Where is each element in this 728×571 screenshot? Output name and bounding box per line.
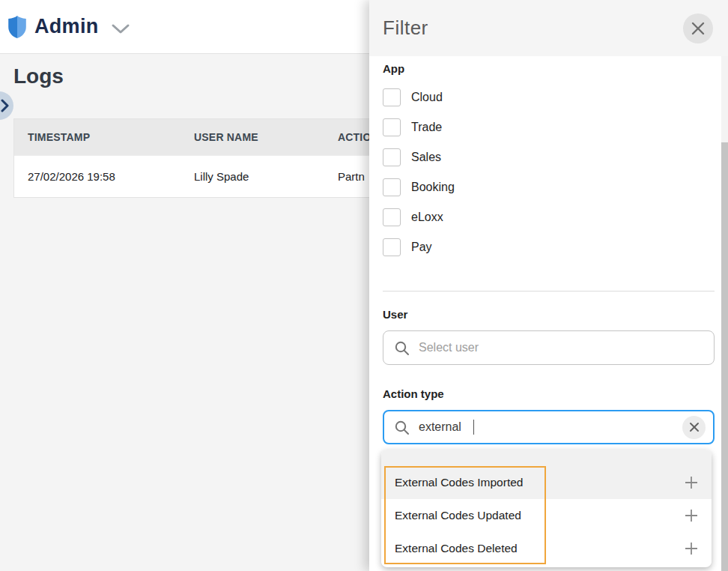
brand[interactable]: Admin — [6, 12, 130, 42]
close-icon — [691, 21, 706, 36]
checkbox-cloud[interactable] — [383, 88, 401, 106]
checkbox-label: Cloud — [411, 91, 443, 104]
cell-user-name: Lilly Spade — [181, 170, 324, 183]
action-type-suggestions-dropdown: External Codes Imported External Codes U… — [381, 450, 712, 567]
close-filter-button[interactable] — [683, 13, 713, 43]
dropdown-padding — [381, 450, 712, 466]
user-search-placeholder: Select user — [419, 341, 479, 354]
search-icon — [394, 340, 410, 356]
panel-scrollbar — [721, 56, 728, 571]
action-type-section-label: Action type — [383, 387, 715, 400]
checkbox-row-pay[interactable]: Pay — [383, 232, 715, 262]
user-search-input[interactable]: Select user — [383, 330, 715, 365]
action-type-search-input[interactable]: external — [383, 410, 715, 444]
app-section-label: App — [383, 62, 715, 75]
shield-icon — [6, 12, 28, 42]
clear-search-button[interactable] — [682, 416, 706, 439]
checkbox-label: Pay — [411, 241, 432, 254]
app-checkbox-list: Cloud Trade Sales Booking eLoxx Pay — [383, 82, 715, 262]
close-icon — [688, 421, 700, 433]
filter-body: App Cloud Trade Sales Booking eLoxx — [369, 56, 728, 444]
checkbox-pay[interactable] — [383, 238, 401, 256]
checkbox-label: Trade — [411, 121, 442, 134]
suggestion-external-codes-updated[interactable]: External Codes Updated — [381, 499, 712, 532]
page-title: Logs — [13, 64, 64, 88]
brand-name: Admin — [34, 15, 99, 38]
checkbox-eloxx[interactable] — [383, 208, 401, 226]
action-type-search-value: external — [419, 420, 461, 434]
column-header-timestamp: TIMESTAMP — [14, 131, 181, 143]
scrollbar-thumb[interactable] — [721, 142, 728, 571]
checkbox-row-cloud[interactable]: Cloud — [383, 82, 715, 112]
suggestion-label: External Codes Deleted — [395, 542, 518, 555]
checkbox-trade[interactable] — [383, 118, 401, 136]
checkbox-booking[interactable] — [383, 178, 401, 196]
checkbox-row-trade[interactable]: Trade — [383, 112, 715, 142]
suggestion-external-codes-deleted[interactable]: External Codes Deleted — [381, 532, 712, 565]
user-section-label: User — [383, 308, 715, 321]
checkbox-label: Sales — [411, 151, 441, 164]
plus-icon[interactable] — [683, 540, 700, 557]
chevron-down-icon — [111, 23, 130, 35]
suggestion-label: External Codes Imported — [395, 476, 523, 489]
checkbox-row-booking[interactable]: Booking — [383, 172, 715, 202]
column-header-user-name: USER NAME — [181, 131, 324, 143]
plus-icon[interactable] — [683, 474, 700, 491]
chevron-right-icon — [1, 99, 9, 112]
search-icon — [394, 420, 410, 435]
filter-panel-header: Filter — [369, 0, 728, 56]
text-cursor — [473, 420, 475, 435]
suggestion-external-codes-imported[interactable]: External Codes Imported — [381, 466, 712, 499]
checkbox-row-eloxx[interactable]: eLoxx — [383, 202, 715, 232]
checkbox-row-sales[interactable]: Sales — [383, 142, 715, 172]
plus-icon[interactable] — [683, 507, 700, 524]
cell-timestamp: 27/02/2026 19:58 — [14, 170, 181, 183]
checkbox-label: eLoxx — [411, 211, 443, 224]
filter-panel: Filter App Cloud Trade Sales — [369, 0, 728, 571]
sidebar-expand-button[interactable] — [0, 91, 13, 120]
checkbox-sales[interactable] — [383, 148, 401, 166]
suggestion-label: External Codes Updated — [395, 509, 521, 522]
section-divider — [383, 291, 715, 291]
checkbox-label: Booking — [411, 181, 455, 194]
filter-title: Filter — [383, 16, 428, 40]
